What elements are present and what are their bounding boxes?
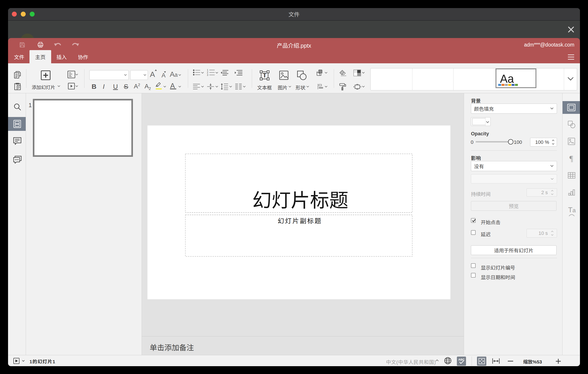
svg-text:3: 3 <box>207 74 208 76</box>
svg-text:T: T <box>263 72 266 79</box>
